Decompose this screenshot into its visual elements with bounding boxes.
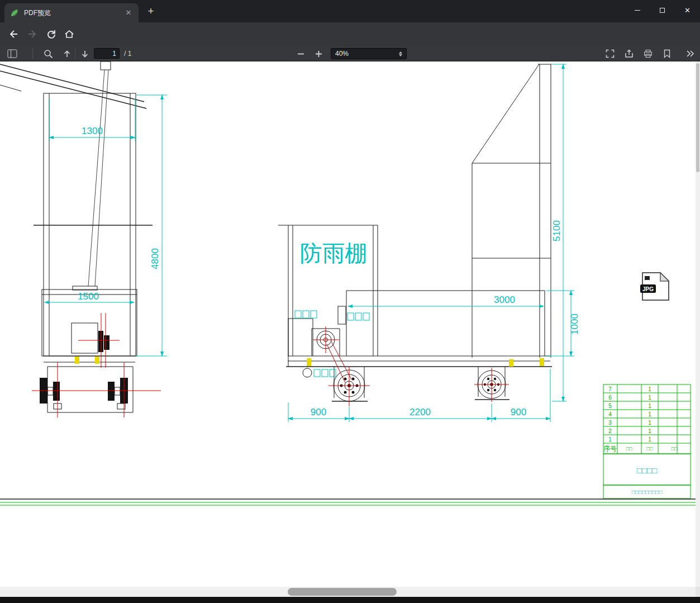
bom-row-no: 1	[608, 436, 612, 443]
toolbar-divider	[32, 49, 33, 59]
drawing-title-text: □□□□	[637, 466, 657, 475]
maximize-button[interactable]	[650, 0, 675, 20]
find-button[interactable]	[42, 48, 54, 59]
dim-axle-right: 900	[511, 407, 526, 417]
bookmark-button[interactable]	[661, 48, 673, 59]
zoom-select[interactable]: 40%	[331, 48, 407, 59]
bom-row-no: 7	[608, 386, 612, 392]
toolbar-divider	[75, 49, 75, 59]
close-icon: ✕	[684, 7, 691, 14]
window-bottom-edge	[0, 597, 700, 603]
bom-row-qty: 1	[648, 420, 651, 426]
bom-row-qty: 1	[648, 411, 651, 417]
bom-header-name: □□	[626, 446, 632, 452]
tab-close-icon[interactable]: ✕	[124, 8, 133, 17]
bom-row-qty: 1	[648, 386, 651, 392]
bom-row-no: 2	[608, 428, 612, 434]
pdf-toolbar: / 1 40%	[0, 46, 700, 61]
fullscreen-icon	[606, 49, 615, 58]
dim-side-height: 5100	[551, 220, 562, 241]
back-icon	[8, 29, 19, 40]
minimize-icon	[635, 10, 640, 11]
close-button[interactable]: ✕	[675, 0, 700, 20]
forward-button[interactable]	[26, 27, 39, 41]
zoom-out-icon	[297, 50, 304, 58]
home-button[interactable]	[63, 27, 76, 41]
dim-front-height: 4800	[150, 248, 160, 269]
maximize-icon	[660, 8, 665, 13]
bom-header-qty: □□	[647, 446, 653, 452]
jpg-label: JPG	[642, 286, 654, 292]
bom-row-no: 6	[608, 395, 612, 401]
jpg-file-icon: JPG	[640, 273, 669, 300]
new-tab-button[interactable]: +	[145, 6, 156, 17]
cad-front-view: 1300 4800 1500	[0, 61, 167, 417]
print-icon	[644, 49, 653, 58]
more-tools-button[interactable]	[685, 48, 696, 59]
chevrons-right-icon	[686, 50, 695, 58]
window-titlebar: PDF预览 ✕ + ✕	[0, 0, 700, 22]
vertical-scrollbar-thumb[interactable]	[696, 63, 699, 172]
drawing-footer-text: □□□□□□□□□	[632, 489, 662, 495]
bom-row-no: 3	[608, 420, 612, 426]
vertical-scrollbar[interactable]	[696, 61, 700, 587]
page-up-icon	[63, 50, 71, 58]
dim-axle-center: 2200	[409, 407, 431, 417]
zoom-value: 40%	[335, 50, 399, 58]
bom-header-note: □□	[672, 446, 678, 452]
browser-toolbar: localhost:8012/onlinePreview?url=http%3A…	[0, 22, 700, 46]
bookmark-icon	[663, 49, 671, 58]
bom-row-no: 5	[608, 403, 612, 409]
print-button[interactable]	[642, 48, 654, 59]
open-file-icon	[625, 49, 634, 58]
horizontal-scrollbar[interactable]	[0, 587, 696, 597]
bom-row-qty: 1	[648, 395, 651, 401]
sidebar-toggle-button[interactable]	[7, 48, 18, 59]
dim-deck-length: 3000	[494, 295, 515, 305]
reload-icon	[46, 29, 57, 40]
zoom-out-button[interactable]	[295, 48, 306, 59]
bom-row-no: 4	[608, 411, 612, 417]
dim-front-mid-width: 1500	[78, 291, 99, 302]
dim-front-top-width: 1300	[82, 126, 103, 136]
window-controls: ✕	[625, 0, 700, 20]
minimize-button[interactable]	[625, 0, 650, 20]
pdf-page-canvas: 1300 4800 1500 防雨棚	[0, 61, 696, 587]
browser-tab[interactable]: PDF预览 ✕	[4, 3, 139, 22]
bom-row-qty: 1	[648, 436, 651, 443]
bom-row-qty: 1	[648, 403, 651, 409]
bom-row-qty: 1	[648, 428, 651, 434]
page-count-label: / 1	[124, 50, 131, 58]
fullscreen-button[interactable]	[604, 48, 616, 59]
dim-axle-left: 900	[311, 407, 326, 417]
open-file-button[interactable]	[623, 48, 635, 59]
cad-title-block: 7 6 5 4 3 2 1 1 1 1 1 1 1 1 序号 □□ □□ □□ …	[603, 384, 691, 498]
cad-drawing: 1300 4800 1500 防雨棚	[0, 61, 696, 587]
sidebar-toggle-icon	[7, 49, 17, 58]
scrollbar-corner	[696, 587, 700, 597]
tab-title: PDF预览	[24, 8, 124, 18]
home-icon	[64, 29, 75, 40]
select-arrows-icon	[399, 51, 402, 56]
horizontal-scrollbar-thumb[interactable]	[288, 588, 397, 596]
back-button[interactable]	[7, 27, 20, 41]
leaf-favicon-icon	[10, 8, 19, 17]
page-number-input[interactable]	[94, 48, 120, 59]
dim-deck-height: 1000	[569, 314, 580, 335]
page-down-icon	[81, 50, 89, 58]
cad-side-view: 防雨棚	[278, 64, 580, 422]
page-down-button[interactable]	[79, 48, 91, 59]
page-up-button[interactable]	[61, 48, 73, 59]
bom-header-no: 序号	[603, 445, 617, 453]
sheet-border	[0, 499, 696, 505]
search-icon	[44, 49, 53, 59]
zoom-in-button[interactable]	[313, 48, 324, 59]
forward-icon	[27, 29, 38, 40]
reload-button[interactable]	[45, 27, 58, 41]
zoom-in-icon	[315, 50, 322, 58]
canopy-label: 防雨棚	[300, 241, 367, 265]
